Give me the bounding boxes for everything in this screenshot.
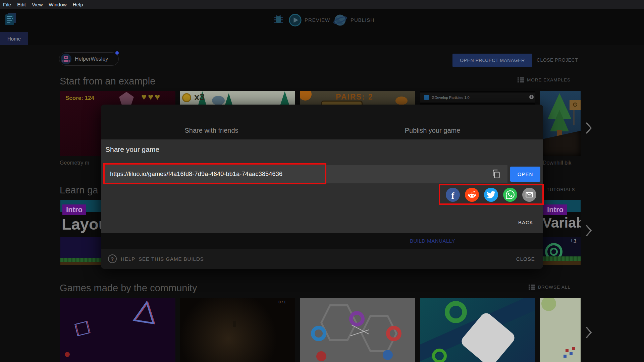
facebook-icon: f — [451, 191, 454, 201]
list-icon — [529, 285, 535, 290]
share-panel-title: Share your game — [105, 145, 159, 154]
tutorials-button[interactable]: TUTORIALS — [547, 187, 575, 192]
copy-url-button[interactable] — [491, 169, 501, 180]
learn-thumb-variables[interactable]: Intro Variab +1 — [542, 200, 581, 265]
red-ring — [386, 326, 401, 341]
coin-multiplier: x3 — [194, 92, 205, 103]
build-manually-button[interactable]: BUILD MANUALLY — [410, 233, 455, 249]
menu-window[interactable]: Window — [49, 2, 66, 7]
menu-edit[interactable]: Edit — [17, 2, 26, 7]
community-thumb-2[interactable]: 0 / 1 — [180, 298, 295, 362]
stone-shape — [212, 96, 225, 105]
menu-view[interactable]: View — [32, 2, 43, 7]
red-ball — [316, 351, 326, 361]
section-title-community: Games made by the community — [60, 283, 197, 294]
dirt-strip — [542, 261, 581, 265]
share-twitter-button[interactable] — [484, 188, 498, 202]
example-thumb-downhill[interactable]: G — [540, 91, 581, 156]
see-game-builds-button[interactable]: SEE THIS GAME BUILDS — [139, 256, 204, 262]
more-examples-button[interactable]: MORE EXAMPLES — [518, 77, 571, 82]
browse-all-button[interactable]: BROWSE ALL — [529, 285, 571, 290]
pixel-cluster — [564, 355, 567, 358]
tab-publish-your-game[interactable]: Publish your game — [322, 105, 543, 139]
publish-globe-icon[interactable] — [333, 13, 347, 27]
pixel-cluster — [570, 352, 573, 355]
gdevelop-logo-icon — [424, 95, 429, 100]
carousel-next-icon[interactable] — [585, 122, 592, 134]
coin-icon — [182, 93, 191, 102]
open-project-manager-button[interactable]: OPEN PROJECT MANAGER — [452, 54, 532, 67]
score-label: Score: 124 — [65, 95, 94, 102]
notification-dot — [115, 51, 119, 55]
fish-shape — [395, 97, 408, 105]
list-icon — [518, 77, 524, 82]
lesson-word: Variab — [542, 215, 581, 231]
game-url-text: https://liluo.io/games/f4a16fd8-7d9a-464… — [110, 165, 282, 183]
green-ring — [445, 301, 467, 323]
game-counter: 0 / 1 — [279, 300, 286, 304]
help-button[interactable]: HELP — [121, 256, 135, 262]
green-circle — [541, 298, 556, 311]
section-title-examples: Start from an example — [60, 76, 155, 87]
intro-badge: Intro — [62, 204, 86, 215]
open-game-button[interactable]: OPEN — [510, 167, 540, 182]
share-panel: Share your game https://liluo.io/games/f… — [101, 139, 543, 233]
pairs-label: PAIRS: 2 — [336, 93, 373, 102]
project-manager-icon[interactable] — [4, 12, 17, 27]
triangle-outline-shape: △ — [132, 298, 159, 327]
sun-shape — [300, 91, 312, 101]
intro-badge: Intro — [543, 204, 567, 215]
publish-button[interactable]: PUBLISH — [351, 17, 374, 23]
blue-ring — [311, 326, 326, 341]
share-facebook-button[interactable]: f — [446, 188, 460, 202]
green-ring — [432, 349, 447, 362]
community-thumb-4[interactable] — [420, 298, 535, 362]
carousel-next-icon[interactable] — [585, 224, 592, 237]
back-button[interactable]: BACK — [518, 220, 533, 225]
share-dialog-tabs: Share with friends Publish your game — [101, 105, 543, 139]
user-profile-chip[interactable]: HelperWesley — [59, 52, 119, 66]
email-icon — [525, 190, 534, 199]
twitter-icon — [487, 190, 495, 199]
dot-shape — [65, 352, 70, 357]
circle-shape — [550, 248, 558, 256]
tab-divider — [322, 114, 322, 138]
carousel-next-icon[interactable] — [585, 326, 592, 339]
help-icon: ? — [108, 254, 117, 263]
community-thumb-1[interactable]: △ □ — [60, 298, 175, 362]
tab-home[interactable]: Home — [0, 32, 28, 45]
more-examples-label: MORE EXAMPLES — [527, 77, 571, 82]
reddit-icon — [467, 190, 477, 199]
grass-strip — [542, 256, 581, 261]
dialog-dimmed-section: BUILD MANUALLY — [101, 233, 543, 249]
example-caption-geometry: Geometry m — [60, 160, 89, 166]
community-thumb-5[interactable] — [540, 298, 581, 362]
copy-icon — [491, 169, 501, 179]
hearts: ♥♥♥ — [141, 92, 161, 102]
share-dialog: Share with friends Publish your game Sha… — [101, 105, 543, 269]
tab-share-with-friends[interactable]: Share with friends — [101, 105, 322, 139]
community-thumb-3[interactable] — [300, 298, 415, 362]
menu-help[interactable]: Help — [73, 2, 83, 7]
preview-button[interactable]: PREVIEW — [305, 17, 330, 23]
debug-icon[interactable] — [272, 13, 284, 26]
pixel-cluster — [566, 349, 569, 352]
sign-pole — [573, 109, 575, 125]
share-reddit-button[interactable] — [465, 188, 479, 202]
close-project-button[interactable]: CLOSE PROJECT — [537, 57, 578, 63]
trail-sign: G — [570, 100, 581, 110]
whatsapp-icon — [506, 190, 515, 199]
bonus-label: +1 — [570, 238, 577, 245]
pixel-cluster — [572, 347, 575, 350]
menu-bar: File Edit View Window Help — [0, 0, 644, 9]
game-url-field[interactable]: https://liluo.io/games/f4a16fd8-7d9a-464… — [105, 165, 507, 183]
tutorials-label: TUTORIALS — [547, 187, 575, 192]
close-dialog-button[interactable]: CLOSE — [516, 256, 535, 262]
share-whatsapp-button[interactable] — [503, 188, 517, 202]
share-email-button[interactable] — [522, 188, 536, 202]
menu-file[interactable]: File — [3, 2, 11, 7]
preview-play-icon[interactable] — [288, 13, 302, 27]
purple-ring — [349, 311, 365, 326]
info-icon[interactable]: i — [529, 95, 534, 99]
blue-ball — [383, 350, 393, 360]
